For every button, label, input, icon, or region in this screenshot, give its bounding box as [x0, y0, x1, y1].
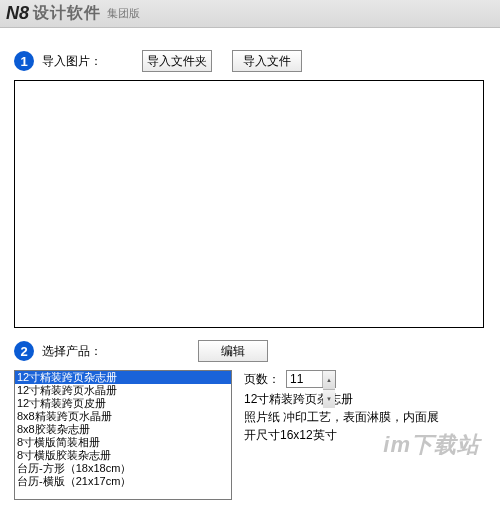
product-detail: 页数： 11 ▲ ▼ 12寸精装跨页杂志册 照片纸 冲印工艺，表面淋膜，内面展 … — [244, 370, 439, 500]
app-edition: 集团版 — [107, 6, 140, 21]
step2-label: 选择产品： — [42, 343, 102, 360]
titlebar: N8 设计软件 集团版 — [0, 0, 500, 28]
image-import-panel[interactable] — [14, 80, 484, 328]
pages-input[interactable]: 11 ▲ ▼ — [286, 370, 336, 388]
edit-button[interactable]: 编辑 — [198, 340, 268, 362]
product-list-item[interactable]: 12寸精装跨页水晶册 — [15, 384, 231, 397]
content-area: 1 导入图片： 导入文件夹 导入文件 2 选择产品： 编辑 12寸精装跨页杂志册… — [0, 28, 500, 500]
product-list-item[interactable]: 台历-横版（21x17cm） — [15, 475, 231, 488]
app-logo: N8 — [6, 3, 29, 24]
pages-spinner[interactable]: ▲ ▼ — [322, 371, 335, 387]
step1-badge: 1 — [14, 51, 34, 71]
detail-line-1: 12寸精装跨页杂志册 — [244, 390, 439, 408]
step1-row: 1 导入图片： 导入文件夹 导入文件 — [14, 50, 486, 72]
detail-line-3: 开尺寸16x12英寸 — [244, 426, 439, 444]
product-list-item[interactable]: 8寸横版简装相册 — [15, 436, 231, 449]
detail-line-2: 照片纸 冲印工艺，表面淋膜，内面展 — [244, 408, 439, 426]
product-list-item[interactable]: 12寸精装跨页杂志册 — [15, 371, 231, 384]
app-title: 设计软件 — [33, 3, 101, 24]
import-file-button[interactable]: 导入文件 — [232, 50, 302, 72]
step2-row: 2 选择产品： 编辑 — [14, 340, 486, 362]
product-list-item[interactable]: 12寸精装跨页皮册 — [15, 397, 231, 410]
spinner-down-icon[interactable]: ▼ — [323, 390, 335, 408]
product-list-item[interactable]: 8x8胶装杂志册 — [15, 423, 231, 436]
product-section: 12寸精装跨页杂志册12寸精装跨页水晶册12寸精装跨页皮册8x8精装跨页水晶册8… — [14, 370, 486, 500]
step2-badge: 2 — [14, 341, 34, 361]
product-list[interactable]: 12寸精装跨页杂志册12寸精装跨页水晶册12寸精装跨页皮册8x8精装跨页水晶册8… — [14, 370, 232, 500]
pages-label: 页数： — [244, 370, 280, 388]
product-list-item[interactable]: 8寸横版胶装杂志册 — [15, 449, 231, 462]
product-list-item[interactable]: 8x8精装跨页水晶册 — [15, 410, 231, 423]
import-folder-button[interactable]: 导入文件夹 — [142, 50, 212, 72]
spinner-up-icon[interactable]: ▲ — [323, 371, 335, 390]
product-list-item[interactable]: 台历-方形（18x18cm） — [15, 462, 231, 475]
pages-value: 11 — [290, 370, 303, 388]
pages-row: 页数： 11 ▲ ▼ — [244, 370, 439, 388]
step1-label: 导入图片： — [42, 53, 102, 70]
